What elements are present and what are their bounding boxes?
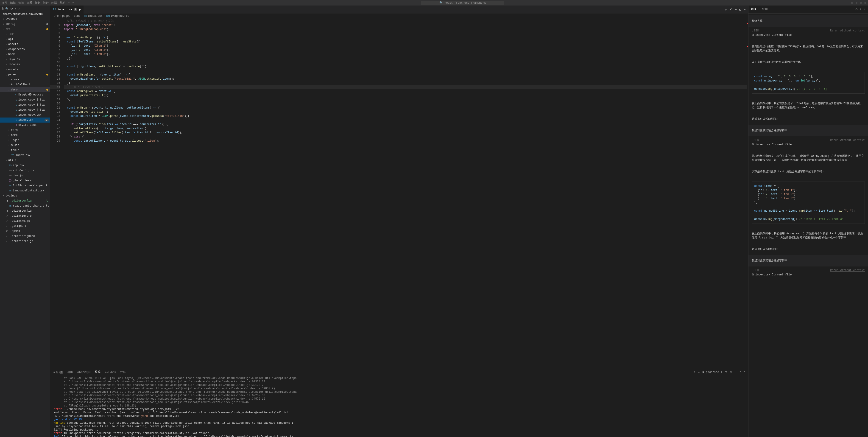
branch-icon[interactable]: ⑂ [15,7,16,10]
layout-icon[interactable]: ▭ [851,1,853,5]
tree-item-home[interactable]: ›home [0,133,50,138]
panel-tab-comments[interactable]: 注释 [120,369,126,375]
code-content[interactable]: 朱飞, 5小时前 | 1 author (朱飞)import {useState… [64,19,747,368]
layout-icon[interactable]: ▭ [865,1,866,5]
history-icon[interactable]: ⟲ [855,8,858,11]
run-icon[interactable]: ▷ [725,8,727,11]
breadcrumb[interactable]: src›pages›demo›TSindex.tsx›[@]DragAndDro… [50,13,748,19]
terminal-dropdown[interactable]: ⌄ [698,370,700,374]
tree-item-utils[interactable]: ›utils [0,158,50,163]
explorer-icon[interactable]: ⎘ [2,7,3,10]
tree-item-index-tsx[interactable]: TSindex.tsx [0,153,50,158]
tree-item-table[interactable]: ›table [0,148,50,153]
tree-item-IntlProviderWrapper-tsx[interactable]: TSIntlProviderWrapper.tsx [0,183,50,188]
command-center[interactable]: 🔍 react-front-end-framework [421,1,504,5]
code-editor[interactable]: 1234567891011121314151617181920212223242… [50,19,748,368]
breadcrumb-seg[interactable]: pages [62,14,70,18]
minimap[interactable] [747,19,748,368]
diff-icon[interactable]: ◧ [740,8,741,11]
menu-编辑[interactable]: 编辑 [10,1,16,5]
panel-tab-problems[interactable]: 问题5 [53,369,63,375]
menu-文件[interactable]: 文件 [2,1,7,5]
close-panel-icon[interactable]: × [744,370,745,374]
tree-item--prettierignore[interactable]: ◌.prettierignore [0,233,50,239]
panel-tab-gitlens[interactable]: GITLENS [105,370,116,375]
shell-label[interactable]: ▣ powershell [703,370,722,374]
tree-item-index-copy-2-tsx[interactable]: TSindex copy 2.tsx [0,97,50,102]
tree-item-above[interactable]: ›above [0,77,50,82]
tree-item-LanguageContext-tsx[interactable]: TSLanguageContext.tsx [0,188,50,193]
tree-item-assets[interactable]: ›assets [0,42,50,47]
maximize-icon[interactable]: ^ [740,370,741,374]
tree-item--vscode[interactable]: ›.vscode [0,17,50,22]
split-terminal-icon[interactable]: ◫ [725,370,727,374]
tree-item-app-tsx[interactable]: TSapp.tsx [0,163,50,168]
collapse-icon[interactable]: ✓ [18,7,20,10]
tree-item-dva-js[interactable]: JSdva.js [0,173,50,178]
more-icon[interactable]: ⋯ [744,8,745,11]
breadcrumb-seg[interactable]: demo [74,14,81,18]
kill-terminal-icon[interactable]: 🗑 [730,370,732,374]
split-icon[interactable]: ⊞ [735,8,737,11]
tab-index-tsx[interactable]: TS index.tsx 2 [50,5,84,13]
menu-选择[interactable]: 选择 [18,1,24,5]
tree-item-global-less[interactable]: {}global.less [0,178,50,183]
tree-item-hook[interactable]: ›hook [0,52,50,57]
menu-终端[interactable]: 终端 [52,1,57,5]
tree-item-styles-less[interactable]: {}styles.less [0,123,50,128]
tree-item-AuthCallback[interactable]: ›AuthCallback [0,82,50,87]
tree-item-react-gantt-chart-d-ts[interactable]: TSreact-gantt-chart.d.ts [0,204,50,209]
tree-item--eslintrc-js[interactable]: ◌.eslintrc.js [0,218,50,223]
tree-item-music[interactable]: ›music [0,143,50,148]
tree-item-components[interactable]: ›components [0,47,50,52]
tree-item--prettierrc-js[interactable]: ◌.prettierrc.js [0,239,50,244]
tree-item-models[interactable]: ›models [0,67,50,72]
rerun-link[interactable]: Rerun without context [830,138,865,142]
tree-item-DragAndDrop-css[interactable]: #DragAndDrop.css [0,92,50,97]
nav-back[interactable]: ← [68,1,69,4]
rerun-link[interactable]: Rerun without context [830,269,865,272]
menu-转到[interactable]: 转到 [35,1,40,5]
tree-item-locales[interactable]: ›locales [0,62,50,67]
tree-item-demo[interactable]: ⌄demo [0,87,50,92]
chat-code-block[interactable]: const array = [1, 2, 3, 3, 4, 5, 5]; con… [748,68,868,98]
tree-item-layouts[interactable]: ›layouts [0,57,50,62]
panel-tab-terminal[interactable]: 终端 [95,369,100,375]
layout-icon[interactable]: ▭ [856,1,857,5]
panel-tab-output[interactable]: 输出 [67,369,73,375]
rerun-link[interactable]: Rerun without context [830,29,865,32]
tree-item-typings[interactable]: ›typings [0,193,50,198]
tree-item--eslintignore[interactable]: ◌.eslintignore [0,214,50,218]
menu-运行[interactable]: 运行 [43,1,49,5]
tree-item-config[interactable]: ›config [0,22,50,27]
close-chat-icon[interactable]: × [864,8,865,11]
chat-tab-more[interactable]: MORE [762,7,769,12]
tree-item-src[interactable]: ⌄src [0,27,50,32]
breadcrumb-seg[interactable]: DragAndDrop [111,14,129,18]
menu-查看[interactable]: 查看 [27,1,32,5]
search-icon[interactable]: 🔍 [5,7,9,10]
tree-item-api[interactable]: ›api [0,37,50,42]
tree-item--gitignore[interactable]: ◌.gitignore [0,223,50,228]
breadcrumb-seg[interactable]: src [54,14,59,18]
tree-item-authConfig-js[interactable]: JSauthConfig.js [0,168,50,173]
tree-item-index-copy-4-tsx[interactable]: TSindex copy 4.tsx [0,107,50,113]
tree-item--editorconfig[interactable]: ⚙.editorconfig [0,209,50,214]
debug-icon[interactable]: ⟲ [730,8,732,11]
tree-item-index-copy-3-tsx[interactable]: TSindex copy 3.tsx [0,102,50,107]
refresh-icon[interactable]: ⟳ [10,7,13,10]
panel-tab-debug[interactable]: 调试控制台 [77,369,91,375]
tree-item-login[interactable]: ›login [0,138,50,143]
tree-item-index-copy-tsx[interactable]: TSindex copy.tsx [0,113,50,118]
terminal-content[interactable]: at Hook.CALL_ASYNC_DELEGATE [as _callAsy… [50,376,748,437]
tree-item--umi[interactable]: ›.umi [0,32,50,37]
tree-item--npmrc[interactable]: ⬡.npmrc [0,228,50,233]
tree-item-index-tsx[interactable]: TSindex.tsx2 [0,118,50,123]
tree-item--editorconfig[interactable]: ⚙.editorconfigU [0,198,50,204]
chat-code-block[interactable]: const items = [ {id: 1, text: "Item 1"},… [748,178,868,228]
more-icon[interactable]: ⋯ [735,370,737,374]
nav-forward[interactable]: → [72,1,74,4]
menu-帮助[interactable]: 帮助 [60,1,65,5]
breadcrumb-seg[interactable]: index.tsx [88,14,102,18]
chat-tab-chat[interactable]: CHAT [751,7,758,12]
